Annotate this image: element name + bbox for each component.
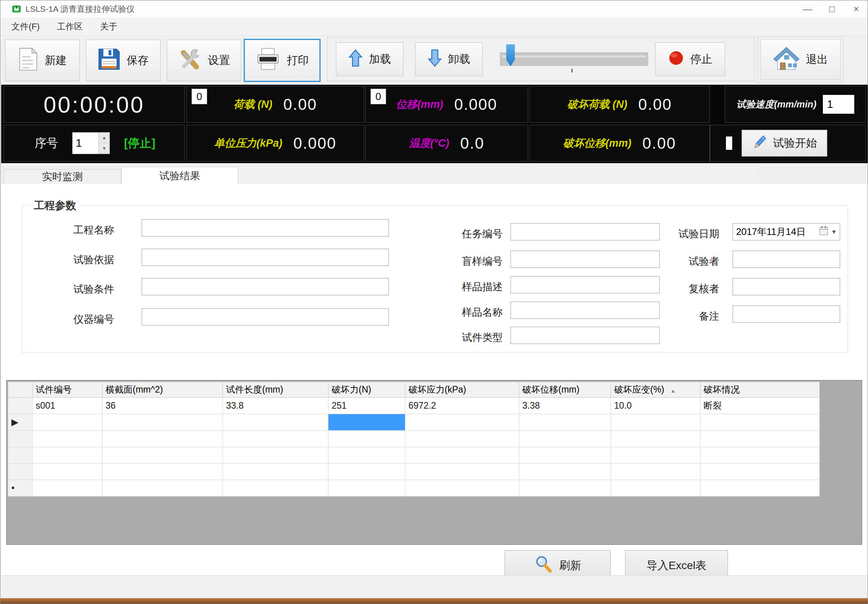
empty-cell[interactable]	[33, 447, 102, 464]
empty-cell[interactable]	[102, 447, 223, 464]
stop-button[interactable]: 停止	[655, 42, 725, 76]
sequence-input[interactable]	[73, 133, 98, 154]
new-row-selector[interactable]: •	[8, 480, 33, 497]
cell-break-force[interactable]: 251	[328, 398, 405, 414]
speed-slider-track[interactable]	[500, 53, 648, 66]
empty-cell[interactable]	[33, 431, 102, 447]
specimen-type-input[interactable]	[511, 327, 660, 344]
task-no-input[interactable]	[511, 223, 660, 240]
cell-specimen-no[interactable]: s001	[33, 398, 102, 414]
menu-about[interactable]: 关于	[100, 21, 117, 33]
minimize-button[interactable]: —	[795, 1, 820, 17]
empty-cell[interactable]	[405, 414, 519, 431]
empty-cell[interactable]	[519, 414, 611, 431]
cell-cross-section[interactable]: 36	[102, 398, 223, 414]
empty-cell[interactable]	[700, 464, 820, 480]
empty-cell[interactable]	[102, 414, 223, 431]
exit-button[interactable]: 退出	[760, 39, 841, 80]
empty-cell[interactable]	[405, 431, 519, 447]
current-row-selector[interactable]: ▶	[8, 414, 33, 431]
load-button[interactable]: 加载	[336, 42, 403, 76]
cell-break-displacement[interactable]: 3.38	[519, 398, 611, 414]
empty-cell[interactable]	[611, 447, 700, 464]
tab-test-results[interactable]: 试验结果	[121, 167, 238, 184]
empty-cell[interactable]	[328, 480, 405, 497]
empty-cell[interactable]	[700, 447, 820, 464]
blind-sample-no-input[interactable]	[511, 251, 660, 268]
cell-break-stress[interactable]: 6972.2	[405, 398, 519, 414]
col-break-force[interactable]: 破坏力(N)	[328, 382, 405, 398]
test-date-picker[interactable]: 2017年11月14日 ▼	[733, 223, 840, 240]
print-button[interactable]: 打印	[244, 39, 321, 82]
empty-cell[interactable]	[700, 431, 820, 447]
selected-cell[interactable]	[328, 414, 405, 431]
empty-cell[interactable]	[328, 464, 405, 480]
menu-workspace[interactable]: 工作区	[57, 21, 83, 33]
empty-cell[interactable]	[33, 414, 102, 431]
empty-cell[interactable]	[611, 431, 700, 447]
speed-slider-thumb[interactable]	[506, 44, 515, 66]
empty-cell[interactable]	[405, 464, 519, 480]
unload-button[interactable]: 卸载	[415, 42, 483, 76]
col-specimen-length[interactable]: 试件长度(mm)	[223, 382, 328, 398]
empty-cell[interactable]	[611, 480, 700, 497]
col-break-condition[interactable]: 破坏情况	[700, 382, 820, 398]
test-speed-input[interactable]	[823, 95, 854, 114]
col-break-displacement[interactable]: 破坏位移(mm)	[519, 382, 611, 398]
col-specimen-no[interactable]: 试件编号	[33, 382, 102, 398]
sample-name-input[interactable]	[511, 302, 660, 319]
sample-desc-input[interactable]	[511, 276, 660, 293]
test-condition-input[interactable]	[142, 278, 389, 295]
empty-cell[interactable]	[519, 447, 611, 464]
remark-input[interactable]	[733, 306, 840, 323]
empty-cell[interactable]	[33, 464, 102, 480]
empty-cell[interactable]	[223, 431, 328, 447]
date-dropdown-icon[interactable]: ▼	[831, 229, 837, 235]
project-name-input[interactable]	[142, 219, 389, 237]
start-test-button[interactable]: 试验开始	[742, 130, 827, 156]
empty-cell[interactable]	[102, 480, 223, 497]
tab-realtime-monitor[interactable]: 实时监测	[4, 169, 121, 184]
menu-file[interactable]: 文件(F)	[11, 21, 40, 33]
col-break-stress[interactable]: 破坏应力(kPa)	[405, 382, 519, 398]
row-selector[interactable]	[8, 398, 33, 414]
empty-cell[interactable]	[328, 447, 405, 464]
tester-input[interactable]	[733, 251, 840, 268]
empty-cell[interactable]	[519, 464, 611, 480]
row-selector[interactable]	[8, 431, 33, 447]
empty-cell[interactable]	[700, 480, 820, 497]
empty-cell[interactable]	[223, 447, 328, 464]
settings-button[interactable]: 设置	[167, 40, 241, 81]
empty-cell[interactable]	[405, 447, 519, 464]
empty-cell[interactable]	[611, 464, 700, 480]
empty-cell[interactable]	[33, 480, 102, 497]
new-button[interactable]: 新建	[5, 40, 80, 81]
empty-cell[interactable]	[223, 464, 328, 480]
empty-cell[interactable]	[102, 464, 223, 480]
cell-break-strain[interactable]: 10.0	[611, 398, 700, 414]
cell-break-condition[interactable]: 断裂	[700, 398, 820, 414]
empty-cell[interactable]	[328, 431, 405, 447]
empty-cell[interactable]	[519, 480, 611, 497]
row-selector[interactable]	[8, 447, 33, 464]
save-button[interactable]: 保存	[86, 40, 160, 81]
row-selector[interactable]	[8, 464, 33, 480]
empty-cell[interactable]	[102, 431, 223, 447]
col-break-strain[interactable]: 破坏应变(%)▲	[611, 382, 700, 398]
empty-cell[interactable]	[223, 414, 328, 431]
reviewer-input[interactable]	[733, 278, 840, 295]
sequence-stepper[interactable]: ▲ ▼	[72, 132, 110, 154]
cell-specimen-length[interactable]: 33.8	[223, 398, 328, 414]
stepper-up-icon[interactable]: ▲	[99, 133, 109, 143]
empty-cell[interactable]	[700, 414, 820, 431]
instrument-no-input[interactable]	[142, 308, 389, 326]
empty-cell[interactable]	[223, 480, 328, 497]
stepper-down-icon[interactable]: ▼	[99, 143, 109, 154]
test-basis-input[interactable]	[142, 249, 389, 266]
empty-cell[interactable]	[519, 431, 611, 447]
empty-cell[interactable]	[405, 480, 519, 497]
row-header-corner[interactable]	[8, 382, 33, 398]
close-button[interactable]: ×	[844, 1, 868, 17]
empty-cell[interactable]	[611, 414, 700, 431]
maximize-button[interactable]: □	[820, 1, 844, 17]
